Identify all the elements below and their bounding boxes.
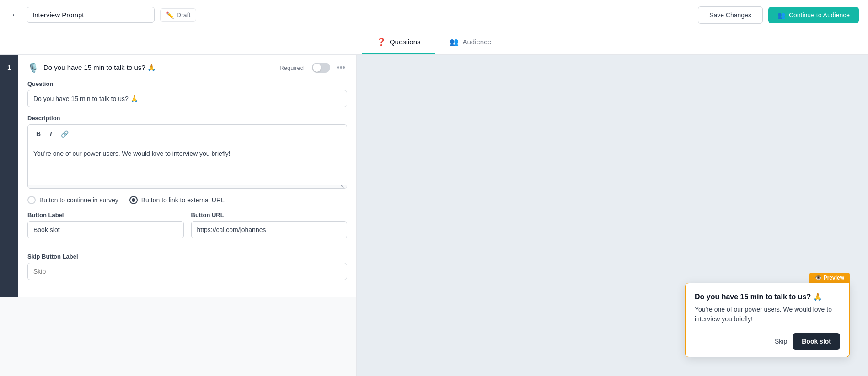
preview-actions: Skip Book slot [695,333,840,350]
radio-external-label: Button to link to external URL [141,196,225,204]
button-url-section: Button URL [191,212,348,238]
continue-to-audience-button[interactable]: 👥 Continue to Audience [768,7,859,23]
draft-badge[interactable]: ✏️ Draft [160,8,196,22]
editor-resize-handle[interactable]: ⤡ [28,185,347,188]
continue-icon: 👥 [777,11,785,19]
button-url-label: Button URL [191,212,348,218]
save-button[interactable]: Save Changes [698,6,763,24]
skip-button-input[interactable] [27,263,347,280]
radio-circle-continue [27,196,36,204]
main-content: 1 🎙️ Do you have 15 min to talk to us? 🙏… [0,55,868,376]
radio-continue-label: Button to continue in survey [39,196,118,204]
description-field-label: Description [27,115,347,122]
preview-book-button[interactable]: Book slot [793,333,840,350]
required-label: Required [279,64,304,71]
question-title-text: Do you have 15 min to talk to us? 🙏 [43,64,275,72]
question-number: 1 [0,55,18,297]
header-actions: Save Changes 👥 Continue to Audience [698,6,859,24]
preview-tab-icon: 👁️ [815,275,822,281]
question-field-label: Question [27,80,347,87]
ai-icon: 🎙️ [27,62,39,73]
button-label-section: Button Label [27,212,184,238]
preview-question-text: Do you have 15 min to talk to us? 🙏 [695,292,840,301]
radio-continue-survey[interactable]: Button to continue in survey [27,196,118,204]
button-label-label: Button Label [27,212,184,218]
button-fields-row: Button Label Button URL [27,212,347,246]
question-field-section: Question [27,80,347,107]
draft-label: Draft [177,11,190,19]
question-item: 1 🎙️ Do you have 15 min to talk to us? 🙏… [0,55,356,297]
questions-icon: ❓ [377,37,386,46]
preview-description-text: You're one of our power users. We would … [695,305,840,324]
radio-dot-external [132,198,135,202]
preview-tab: 👁️ Preview [809,273,850,283]
right-panel: 👁️ Preview Do you have 15 min to talk to… [357,55,868,376]
preview-tab-label: Preview [824,275,844,281]
questions-tab-label: Questions [390,38,421,46]
preview-skip-button[interactable]: Skip [775,338,787,345]
tab-audience[interactable]: 👥 Audience [435,30,506,54]
question-header: 🎙️ Do you have 15 min to talk to us? 🙏 R… [27,62,347,73]
radio-circle-external [129,196,138,204]
preview-container: 👁️ Preview Do you have 15 min to talk to… [685,273,850,357]
radio-external-url[interactable]: Button to link to external URL [129,196,225,204]
tab-questions[interactable]: ❓ Questions [362,30,435,54]
description-content[interactable]: You're one of our power users. We would … [28,143,347,185]
audience-tab-label: Audience [462,38,491,46]
editor-toolbar: B I 🔗 [28,125,347,143]
preview-card: Do you have 15 min to talk to us? 🙏 You'… [685,283,850,357]
toggle-thumb [313,64,321,72]
button-url-input[interactable] [191,221,348,238]
description-editor[interactable]: B I 🔗 You're one of our power users. We … [27,124,347,189]
skip-button-section: Skip Button Label [27,253,347,280]
skip-button-field-label: Skip Button Label [27,253,347,260]
button-label-input[interactable] [27,221,184,238]
more-options-button[interactable]: ••• [335,63,347,73]
resize-icon: ⤡ [340,184,345,189]
link-button[interactable]: 🔗 [57,128,72,139]
required-toggle[interactable] [312,63,330,73]
description-field-section: Description B I 🔗 You're one of our powe… [27,115,347,189]
question-input[interactable] [27,90,347,107]
title-input[interactable] [27,7,155,23]
tabs: ❓ Questions 👥 Audience [0,30,868,55]
button-type-radio-group: Button to continue in survey Button to l… [27,196,347,204]
bold-button[interactable]: B [32,128,44,139]
question-content: 🎙️ Do you have 15 min to talk to us? 🙏 R… [18,55,356,297]
audience-icon: 👥 [450,37,459,46]
back-button[interactable]: ← [9,8,21,21]
continue-label: Continue to Audience [789,11,850,19]
draft-icon: ✏️ [166,11,174,19]
italic-button[interactable]: I [46,128,55,139]
header: ← ✏️ Draft Save Changes 👥 Continue to Au… [0,0,868,30]
left-panel: 1 🎙️ Do you have 15 min to talk to us? 🙏… [0,55,357,376]
